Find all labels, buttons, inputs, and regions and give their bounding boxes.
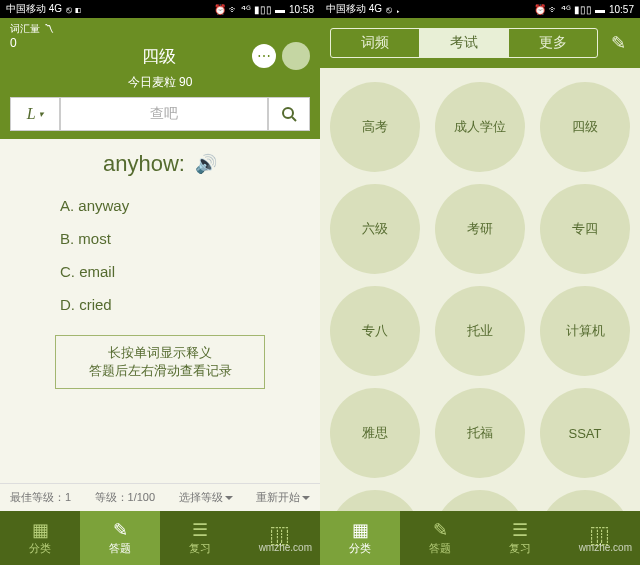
chat-icon[interactable]: ⋯ <box>252 44 276 68</box>
grid-icon: ▦ <box>352 521 369 539</box>
category-item[interactable]: 高考 <box>330 82 420 172</box>
category-item[interactable]: 四级 <box>540 82 630 172</box>
compose-icon[interactable]: ✎ <box>606 32 630 54</box>
speaker-icon[interactable]: 🔊 <box>195 153 217 175</box>
search-button[interactable] <box>268 97 310 131</box>
svg-line-1 <box>292 117 296 121</box>
stats-icon: ⿲ <box>591 528 609 546</box>
option-d[interactable]: D. cried <box>20 288 300 321</box>
nav-stats[interactable]: ⿲ <box>560 511 640 565</box>
vocab-count: 0 <box>10 36 17 50</box>
page-title: 四级 <box>66 45 252 68</box>
wheat-count: 今日麦粒 90 <box>10 74 310 91</box>
stats-icon: ⿲ <box>271 528 289 546</box>
review-icon: ☰ <box>512 521 528 539</box>
quiz-word: anyhow: <box>103 151 185 177</box>
category-item[interactable]: ACT <box>435 490 525 511</box>
bottom-nav: ▦分类 ✎答题 ☰复习 ⿲ <box>320 511 640 565</box>
answer-icon: ✎ <box>113 521 128 539</box>
right-screen: 中国移动 4G⎋ ▸ ⏰ ᯤ ⁴ᴳ ▮▯▯ ▬10:57 词频 考试 更多 ✎ … <box>320 0 640 565</box>
search-bar: L▾ 查吧 <box>10 97 310 131</box>
category-item[interactable]: 专八 <box>330 286 420 376</box>
review-icon: ☰ <box>192 521 208 539</box>
avatar[interactable] <box>282 42 310 70</box>
grade-row: 最佳等级：1 等级：1/100 选择等级 重新开始 <box>0 483 320 511</box>
carrier-label: 中国移动 4G <box>6 2 62 16</box>
nav-answer[interactable]: ✎答题 <box>400 511 480 565</box>
bottom-nav: ▦分类 ✎答题 ☰复习 ⿲ <box>0 511 320 565</box>
category-item[interactable]: 考研 <box>435 184 525 274</box>
category-grid: 高考成人学位四级六级考研专四专八托业计算机雅思托福SSATSATACTGRE <box>320 68 640 511</box>
nav-category[interactable]: ▦分类 <box>0 511 80 565</box>
category-item[interactable]: 专四 <box>540 184 630 274</box>
category-item[interactable]: GRE <box>540 490 630 511</box>
language-selector[interactable]: L▾ <box>10 97 60 131</box>
search-input[interactable]: 查吧 <box>60 97 268 131</box>
category-item[interactable]: SAT <box>330 490 420 511</box>
nav-review[interactable]: ☰复习 <box>480 511 560 565</box>
best-grade: 最佳等级：1 <box>10 490 71 505</box>
nav-stats[interactable]: ⿲ <box>240 511 320 565</box>
clock: 10:58 <box>289 4 314 15</box>
select-grade[interactable]: 选择等级 <box>179 490 233 505</box>
current-grade: 等级：1/100 <box>95 490 156 505</box>
tab-exam[interactable]: 考试 <box>419 29 508 57</box>
status-bar: 中国移动 4G⎋ ▸ ⏰ ᯤ ⁴ᴳ ▮▯▯ ▬10:57 <box>320 0 640 18</box>
category-item[interactable]: 托业 <box>435 286 525 376</box>
category-item[interactable]: 成人学位 <box>435 82 525 172</box>
option-b[interactable]: B. most <box>20 222 300 255</box>
left-screen: 中国移动 4G⎋ ◧ ⏰ ᯤ ⁴ᴳ ▮▯▯ ▬10:58 词汇量〽 0 四级 ⋯… <box>0 0 320 565</box>
vocab-label: 词汇量 <box>10 22 40 36</box>
svg-point-0 <box>283 108 293 118</box>
status-bar: 中国移动 4G⎋ ◧ ⏰ ᯤ ⁴ᴳ ▮▯▯ ▬10:58 <box>0 0 320 18</box>
restart[interactable]: 重新开始 <box>256 490 310 505</box>
category-item[interactable]: 计算机 <box>540 286 630 376</box>
category-item[interactable]: SSAT <box>540 388 630 478</box>
nav-review[interactable]: ☰复习 <box>160 511 240 565</box>
carrier-label: 中国移动 4G <box>326 2 382 16</box>
quiz-body: anyhow: 🔊 A. anyway B. most C. email D. … <box>0 139 320 483</box>
clock: 10:57 <box>609 4 634 15</box>
tab-freq[interactable]: 词频 <box>331 29 419 57</box>
tab-more[interactable]: 更多 <box>508 29 597 57</box>
nav-category[interactable]: ▦分类 <box>320 511 400 565</box>
answer-icon: ✎ <box>433 521 448 539</box>
grid-icon: ▦ <box>32 521 49 539</box>
header: 词频 考试 更多 ✎ <box>320 18 640 68</box>
category-item[interactable]: 雅思 <box>330 388 420 478</box>
option-c[interactable]: C. email <box>20 255 300 288</box>
search-icon <box>281 106 297 122</box>
category-item[interactable]: 六级 <box>330 184 420 274</box>
nav-answer[interactable]: ✎答题 <box>80 511 160 565</box>
option-a[interactable]: A. anyway <box>20 189 300 222</box>
header: 词汇量〽 0 四级 ⋯ 今日麦粒 90 L▾ 查吧 <box>0 18 320 139</box>
hint-box: 长按单词显示释义 答题后左右滑动查看记录 <box>55 335 265 389</box>
segment-control: 词频 考试 更多 <box>330 28 598 58</box>
category-item[interactable]: 托福 <box>435 388 525 478</box>
